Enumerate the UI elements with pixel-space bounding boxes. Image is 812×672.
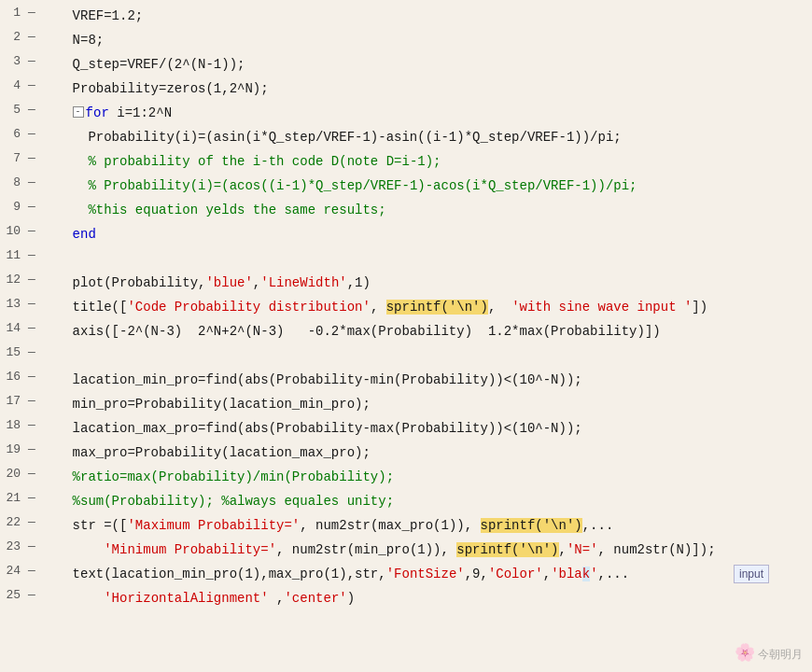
line-dash-8: — xyxy=(26,175,41,189)
line-content-12: plot(Probability,'blue','LineWidth',1) xyxy=(41,272,812,294)
line-content-15 xyxy=(41,344,812,367)
code-line-9: 9 — %this equation yelds the same result… xyxy=(0,198,812,222)
line-dash-13: — xyxy=(26,296,41,311)
line-content-9: %this equation yelds the same results; xyxy=(41,199,812,221)
code-line-5: 5 — -for i=1:2^N xyxy=(0,101,812,125)
code-line-23: 23 — 'Minimum Probability=', num2str(min… xyxy=(0,538,812,562)
code-line-19: 19 — max_pro=Probability(lacation_max_pr… xyxy=(0,441,812,465)
line-content-4: Probability=zeros(1,2^N); xyxy=(41,77,812,100)
watermark: 🌸 今朝明月 xyxy=(735,642,803,663)
line-content-2: N=8; xyxy=(41,29,812,51)
line-content-14: axis([-2^(N-3) 2^N+2^(N-3) -0.2*max(Prob… xyxy=(41,320,812,343)
line-content-16: lacation_min_pro=find(abs(Probability-mi… xyxy=(41,369,812,391)
line-num-23: 23 xyxy=(0,539,26,553)
line-content-13: title(['Code Probability distribution', … xyxy=(41,296,812,318)
line-dash-5: — xyxy=(26,102,41,117)
line-num-12: 12 xyxy=(0,272,26,287)
code-line-12: 12 — plot(Probability,'blue','LineWidth'… xyxy=(0,271,812,295)
line-dash-2: — xyxy=(26,29,41,44)
code-line-1: 1 — VREF=1.2; xyxy=(0,4,812,28)
line-dash-9: — xyxy=(26,199,41,214)
line-num-20: 20 xyxy=(0,466,26,481)
code-line-4: 4 — Probability=zeros(1,2^N); xyxy=(0,77,812,101)
code-line-7: 7 — % probability of the i-th code D(not… xyxy=(0,149,812,174)
line-dash-12: — xyxy=(26,272,41,287)
line-num-6: 6 xyxy=(0,126,26,141)
code-line-20: 20 — %ratio=max(Probability)/min(Probabi… xyxy=(0,465,812,489)
line-dash-1: — xyxy=(26,5,41,20)
line-dash-4: — xyxy=(26,77,41,92)
line-num-16: 16 xyxy=(0,369,26,384)
code-line-14: 14 — axis([-2^(N-3) 2^N+2^(N-3) -0.2*max… xyxy=(0,319,812,343)
line-content-10: end xyxy=(41,223,812,245)
line-dash-3: — xyxy=(26,53,41,68)
line-num-25: 25 xyxy=(0,587,26,602)
line-num-24: 24 xyxy=(0,563,26,578)
line-num-14: 14 xyxy=(0,320,26,335)
line-dash-14: — xyxy=(26,320,41,335)
code-line-22: 22 — str =(['Maximum Probability=', num2… xyxy=(0,513,812,538)
line-content-21: %sum(Probability); %always equales unity… xyxy=(41,490,812,512)
code-line-11: 11 — xyxy=(0,246,812,271)
line-content-23: 'Minimum Probability=', num2str(min_pro(… xyxy=(41,539,812,561)
line-content-5: -for i=1:2^N xyxy=(41,102,812,124)
line-dash-16: — xyxy=(26,369,41,384)
line-num-17: 17 xyxy=(0,393,26,408)
line-num-8: 8 xyxy=(0,175,26,189)
code-line-15: 15 — xyxy=(0,343,812,368)
line-content-3: Q_step=VREF/(2^(N-1)); xyxy=(41,53,812,76)
line-content-17: min_pro=Probability(lacation_min_pro); xyxy=(41,393,812,415)
line-num-4: 4 xyxy=(0,77,26,92)
code-line-21: 21 — %sum(Probability); %always equales … xyxy=(0,489,812,513)
line-dash-15: — xyxy=(26,344,41,359)
line-num-11: 11 xyxy=(0,247,26,262)
line-content-25: 'HorizontalAlignment' ,'center') xyxy=(41,587,812,609)
line-content-22: str =(['Maximum Probability=', num2str(m… xyxy=(41,514,812,537)
line-content-19: max_pro=Probability(lacation_max_pro); xyxy=(41,441,812,464)
line-num-22: 22 xyxy=(0,514,26,529)
line-num-1: 1 xyxy=(0,5,26,20)
line-dash-7: — xyxy=(26,150,41,165)
line-content-1: VREF=1.2; xyxy=(41,5,812,27)
line-content-8: % Probability(i)=(acos((i-1)*Q_step/VREF… xyxy=(41,175,812,197)
line-dash-24: — xyxy=(26,563,41,578)
line-num-18: 18 xyxy=(0,417,26,432)
line-dash-21: — xyxy=(26,490,41,505)
line-content-7: % probability of the i-th code D(note D=… xyxy=(41,150,812,173)
line-content-11 xyxy=(41,247,812,270)
line-num-7: 7 xyxy=(0,150,26,165)
code-line-17: 17 — min_pro=Probability(lacation_min_pr… xyxy=(0,392,812,416)
line-num-3: 3 xyxy=(0,53,26,68)
code-line-10: 10 — end xyxy=(0,222,812,246)
line-num-21: 21 xyxy=(0,490,26,505)
line-num-15: 15 xyxy=(0,344,26,359)
line-num-5: 5 xyxy=(0,102,26,117)
line-dash-11: — xyxy=(26,247,41,262)
code-line-16: 16 — lacation_min_pro=find(abs(Probabili… xyxy=(0,368,812,392)
code-line-2: 2 — N=8; xyxy=(0,28,812,52)
code-line-8: 8 — % Probability(i)=(acos((i-1)*Q_step/… xyxy=(0,174,812,198)
line-content-24: text(lacation_min_pro(1),max_pro(1),str,… xyxy=(41,563,812,585)
line-content-18: lacation_max_pro=find(abs(Probability-ma… xyxy=(41,417,812,440)
fold-icon[interactable]: - xyxy=(73,106,84,118)
line-dash-20: — xyxy=(26,466,41,481)
line-num-10: 10 xyxy=(0,223,26,238)
code-editor: 1 — VREF=1.2; 2 — N=8; 3 — Q_step=VREF/(… xyxy=(0,0,812,614)
line-content-6: Probability(i)=(asin(i*Q_step/VREF-1)-as… xyxy=(41,126,812,148)
line-num-9: 9 xyxy=(0,199,26,214)
line-dash-22: — xyxy=(26,514,41,529)
line-dash-17: — xyxy=(26,393,41,408)
line-num-13: 13 xyxy=(0,296,26,311)
line-content-20: %ratio=max(Probability)/min(Probability)… xyxy=(41,466,812,488)
line-num-19: 19 xyxy=(0,441,26,456)
line-dash-18: — xyxy=(26,417,41,432)
line-dash-10: — xyxy=(26,223,41,238)
code-line-3: 3 — Q_step=VREF/(2^(N-1)); xyxy=(0,52,812,77)
line-dash-19: — xyxy=(26,441,41,456)
code-line-6: 6 — Probability(i)=(asin(i*Q_step/VREF-1… xyxy=(0,125,812,149)
line-num-2: 2 xyxy=(0,29,26,44)
code-line-18: 18 — lacation_max_pro=find(abs(Probabili… xyxy=(0,416,812,441)
code-line-24: 24 — text(lacation_min_pro(1),max_pro(1)… xyxy=(0,562,812,586)
line-dash-23: — xyxy=(26,539,41,553)
code-line-25: 25 — 'HorizontalAlignment' ,'center') xyxy=(0,586,812,610)
